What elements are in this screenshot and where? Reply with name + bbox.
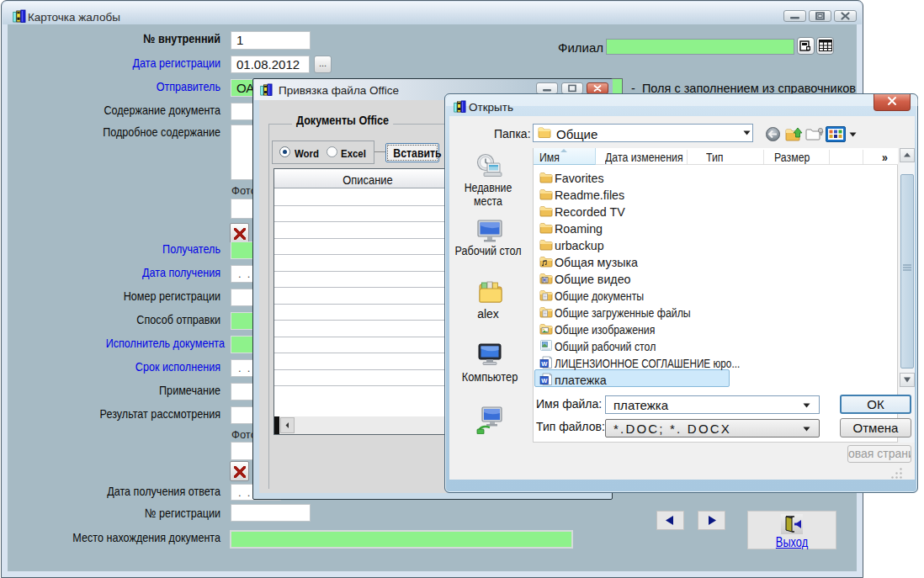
svg-text:W: W [541, 360, 548, 368]
svg-text:W: W [541, 377, 548, 384]
